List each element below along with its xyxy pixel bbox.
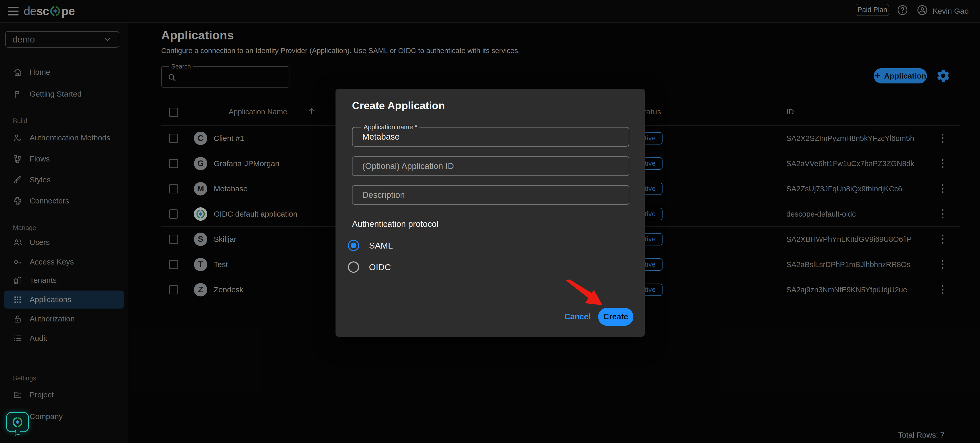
oidc-radio-label: OIDC (369, 262, 391, 272)
application-name-input[interactable] (353, 127, 629, 146)
description-field[interactable] (352, 185, 629, 205)
description-input[interactable] (353, 186, 629, 204)
protocol-option-saml[interactable]: SAML (348, 240, 393, 251)
protocol-option-oidc[interactable]: OIDC (348, 261, 391, 273)
application-id-input[interactable] (353, 157, 629, 175)
descope-mark-icon (11, 416, 24, 428)
support-chat-button[interactable] (6, 412, 29, 432)
create-button[interactable]: Create (598, 308, 633, 326)
application-id-field[interactable] (352, 156, 629, 176)
oidc-radio-button[interactable] (348, 261, 359, 273)
saml-radio-label: SAML (369, 241, 393, 250)
cancel-button[interactable]: Cancel (562, 308, 593, 325)
dialog-title: Create Application (352, 100, 445, 112)
create-application-dialog: Create Application Application name * Au… (336, 89, 645, 337)
authentication-protocol-label: Authentication protocol (352, 219, 439, 229)
app-window: descpe Paid Plan Kevin Gao demo Home Get… (0, 0, 980, 443)
application-name-field[interactable]: Application name * (352, 127, 629, 147)
saml-radio-button[interactable] (348, 240, 359, 251)
